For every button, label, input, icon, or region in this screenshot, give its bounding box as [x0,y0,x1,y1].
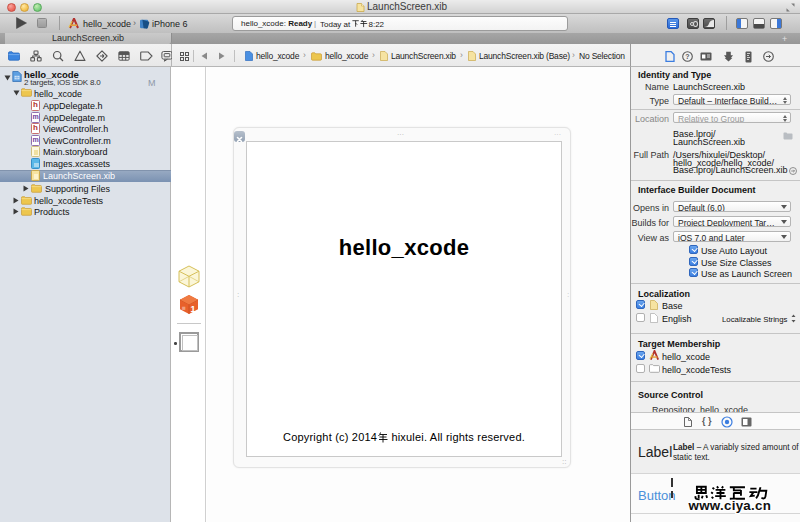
svg-text:?: ? [685,53,689,60]
svg-text:■: ■ [182,304,186,311]
svg-text:1: 1 [191,304,196,314]
svg-text:www.ciya.cn: www.ciya.cn [688,498,771,513]
